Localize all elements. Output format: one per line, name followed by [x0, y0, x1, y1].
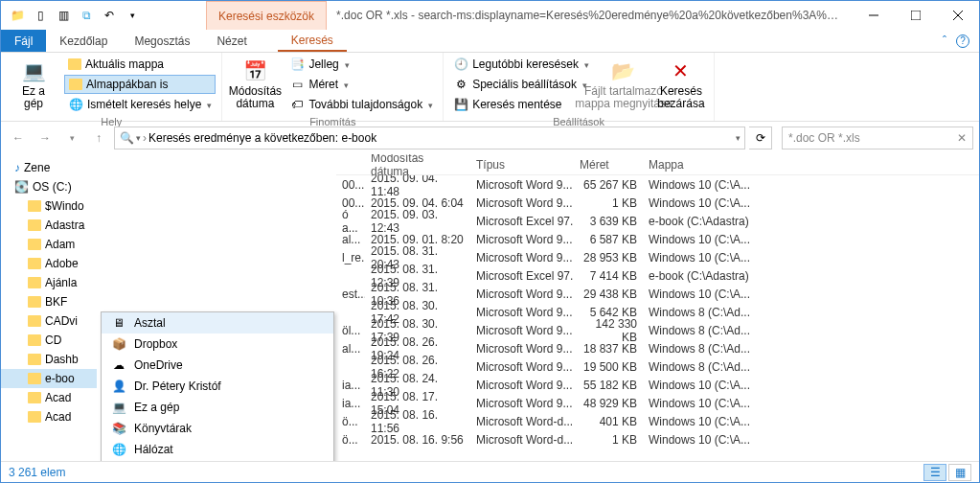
recent-searches-button[interactable]: 🕘Legutóbbi keresések — [449, 55, 593, 74]
svg-rect-1 — [911, 11, 921, 20]
qat-dropdown-icon[interactable]: ▾ — [122, 5, 143, 26]
item-count: 3 261 elem — [9, 466, 65, 479]
other-props-button[interactable]: 🏷További tulajdonságok — [285, 95, 437, 114]
nav-tree[interactable]: ♪Zene💽OS (C:)$WindoAdastraAdamAdobeAjánl… — [1, 154, 97, 461]
open-folder-icon: 📂 — [608, 57, 639, 85]
list-row[interactable]: ó a...2015. 09. 03. 12:43Microsoft Excel… — [336, 212, 979, 230]
clear-search-icon[interactable]: ✕ — [957, 131, 967, 145]
date-modified-button[interactable]: 📅 Módosítás dátuma — [228, 55, 282, 112]
close-button[interactable] — [937, 1, 979, 30]
tree-item[interactable]: $Windo — [1, 196, 97, 216]
help-icon[interactable]: ? — [956, 34, 969, 48]
file-tab[interactable]: Fájl — [1, 30, 46, 52]
list-row[interactable]: ö...2015. 08. 16. 9:56Microsoft Word-d..… — [336, 430, 979, 448]
tree-item[interactable]: CD — [1, 331, 97, 350]
tree-item[interactable]: Adobe — [1, 254, 97, 273]
dropdown-item[interactable]: ☁OneDrive — [102, 355, 333, 376]
tree-item[interactable]: CADvi — [1, 311, 97, 331]
dropdown-item[interactable]: 📦Dropbox — [102, 334, 333, 355]
all-subfolders-button[interactable]: Almappákban is — [64, 75, 216, 94]
tree-item[interactable]: Acad — [1, 388, 97, 407]
new-folder-icon[interactable]: ⧉ — [76, 5, 97, 26]
size-button[interactable]: ▭Méret — [285, 75, 437, 94]
address-bar[interactable]: 🔍 ▾ › Keresés eredménye a következőben: … — [114, 126, 745, 150]
folder-icon: 📁 — [7, 5, 28, 26]
maximize-button[interactable] — [895, 1, 937, 30]
breadcrumb-dropdown-menu[interactable]: 🖥Asztal📦Dropbox☁OneDrive👤Dr. Pétery Kris… — [101, 311, 334, 461]
clock-icon: 🕘 — [453, 57, 468, 72]
tree-item[interactable]: Adastra — [1, 216, 97, 235]
ribbon-minimize-icon[interactable]: ˆ — [943, 34, 946, 48]
window-title: *.doc OR *.xls - search-ms:displayname=K… — [327, 9, 853, 22]
kind-icon: 📑 — [289, 57, 305, 72]
breadcrumb-text[interactable]: Keresés eredménye a következőben: e-book — [148, 131, 376, 145]
list-row[interactable]: ö...2015. 08. 16. 11:56Microsoft Word-d.… — [336, 412, 979, 430]
icons-view-button[interactable]: ▦ — [948, 464, 971, 481]
date-label: Módosítás dátuma — [229, 85, 282, 110]
col-date[interactable]: Módosítás dátuma — [365, 154, 470, 178]
qat-separator: ▯ — [30, 5, 51, 26]
tree-item[interactable]: e-boo — [1, 369, 97, 388]
open-loc-label: Fájlt tartalmazó mappa megnyitása — [575, 85, 672, 110]
col-folder[interactable]: Mappa — [643, 158, 979, 172]
search-box[interactable]: *.doc OR *.xls ✕ — [782, 126, 973, 150]
item-icon: 💻 — [111, 400, 126, 415]
dropdown-item[interactable]: 👤Dr. Pétery Kristóf — [102, 376, 333, 397]
dropdown-item[interactable]: 📚Könyvtárak — [102, 418, 333, 439]
advanced-label: Speciális beállítások — [472, 78, 577, 91]
dropdown-item[interactable]: 💻Ez a gép — [102, 397, 333, 418]
chevron-down-icon — [205, 98, 212, 111]
tab-search[interactable]: Keresés — [278, 30, 347, 52]
list-header[interactable]: Módosítás dátuma Típus Méret Mappa — [336, 154, 979, 175]
item-label: Ez a gép — [134, 401, 179, 414]
minimize-button[interactable] — [853, 1, 895, 30]
undo-icon[interactable]: ↶ — [99, 5, 120, 26]
col-type[interactable]: Típus — [470, 158, 574, 172]
tab-home[interactable]: Kezdőlap — [46, 30, 121, 52]
kind-button[interactable]: 📑Jelleg — [285, 55, 437, 74]
item-label: OneDrive — [134, 358, 183, 372]
dropdown-item[interactable]: 🌐Hálózat — [102, 439, 333, 460]
tree-item[interactable]: Acad — [1, 407, 97, 426]
item-label: Asztal — [134, 316, 166, 330]
dropdown-item[interactable]: 🏠Otthoni csoport — [102, 460, 333, 461]
up-button[interactable]: ↑ — [87, 126, 110, 150]
tree-item[interactable]: BKF — [1, 292, 97, 311]
repeat-search-button[interactable]: 🌐Ismételt keresés helye — [64, 95, 216, 114]
current-folder-button[interactable]: Aktuális mappa — [64, 55, 216, 74]
tree-item[interactable]: 💽OS (C:) — [1, 177, 97, 196]
forward-button[interactable]: → — [34, 126, 57, 150]
search-placeholder: *.doc OR *.xls — [788, 131, 860, 145]
properties-icon[interactable]: ▥ — [53, 5, 74, 26]
history-dropdown-button[interactable]: ▾ — [60, 126, 83, 150]
list-rows[interactable]: 00...2015. 09. 04. 11:48Microsoft Word 9… — [336, 175, 979, 461]
item-icon: ☁ — [111, 357, 126, 373]
save-search-button[interactable]: 💾Keresés mentése — [449, 95, 593, 114]
chevron-down-icon — [426, 98, 433, 111]
refresh-button[interactable]: ⟳ — [749, 126, 772, 150]
tree-item[interactable]: Dashb — [1, 350, 97, 369]
search-results-icon: 🔍 — [119, 130, 134, 146]
advanced-options-button[interactable]: ⚙Speciális beállítások — [449, 75, 593, 94]
contextual-tab-label: Keresési eszközök — [206, 1, 327, 30]
tree-item[interactable]: ♪Zene — [1, 158, 97, 177]
tab-share[interactable]: Megosztás — [121, 30, 203, 52]
this-pc-button[interactable]: 💻 Ez a gép — [7, 55, 60, 112]
ribbon-group-refine: 📅 Módosítás dátuma 📑Jelleg ▭Méret 🏷Továb… — [222, 53, 444, 121]
back-button[interactable]: ← — [7, 126, 30, 150]
item-icon: 📚 — [111, 421, 126, 436]
results-list: Módosítás dátuma Típus Méret Mappa 00...… — [336, 154, 979, 461]
list-row[interactable]: 00...2015. 09. 04. 11:48Microsoft Word 9… — [336, 175, 979, 194]
address-dropdown-icon[interactable]: ▾ — [736, 133, 741, 143]
tree-item[interactable]: Ajánla — [1, 273, 97, 292]
col-size[interactable]: Méret — [574, 158, 643, 172]
details-view-button[interactable]: ☰ — [923, 464, 946, 481]
breadcrumb-dropdown-icon[interactable]: ▾ — [136, 133, 141, 143]
dropdown-item[interactable]: 🖥Asztal — [102, 312, 333, 334]
this-pc-label: Ez a gép — [22, 85, 45, 110]
folder-icon — [69, 79, 82, 90]
tree-item[interactable]: Adam — [1, 235, 97, 254]
chevron-down-icon — [582, 58, 589, 71]
tab-view[interactable]: Nézet — [203, 30, 260, 52]
chevron-down-icon — [342, 78, 349, 91]
